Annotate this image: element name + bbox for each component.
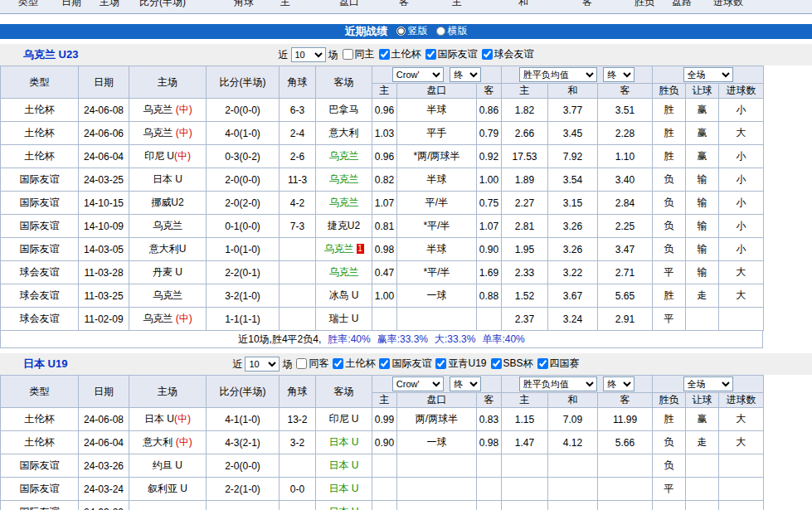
competition-cell: 球会友谊 xyxy=(1,284,79,308)
away-team-name: 日本 U xyxy=(329,483,359,494)
euro-final-select[interactable]: 终 xyxy=(603,67,635,82)
filter-checkbox[interactable] xyxy=(482,49,493,60)
asian-away-odds-cell: 0.90 xyxy=(477,238,502,261)
euro-final-select[interactable]: 终 xyxy=(603,376,635,391)
recent-prefix-label: 近 xyxy=(279,48,289,62)
handicap-result-cell xyxy=(686,478,719,501)
filter-option[interactable]: 国际友谊 xyxy=(379,357,431,371)
score-cell: 0-1(0-0) xyxy=(207,215,280,238)
date-cell: 14-03-05 xyxy=(79,238,129,261)
matches-table: 类型 日期 主场 比分(半场) 角球 客场 Crow' 终 胜平负均值 终 xyxy=(0,375,764,510)
euro-away-odds-cell: 5.66 xyxy=(598,431,653,454)
home-team-cell: 日本 U xyxy=(129,168,207,192)
filter-option[interactable]: 球会友谊 xyxy=(482,47,534,61)
score-cell: 4-3(2-1) xyxy=(207,431,280,454)
odds-type-select[interactable]: 胜平负均值 xyxy=(519,376,597,391)
home-team-cell: 意大利U xyxy=(129,238,207,261)
filter-checkbox[interactable] xyxy=(425,49,436,60)
handicap-result-cell: 输 xyxy=(686,192,719,215)
asian-away-odds-cell xyxy=(477,478,502,501)
layout-options: 竖版横版 xyxy=(388,24,468,39)
competition-cell: 土伦杯 xyxy=(1,408,79,431)
filter-option[interactable]: 四国赛 xyxy=(537,357,580,371)
filter-checkbox[interactable] xyxy=(491,358,502,369)
th-competition: 类型 xyxy=(1,66,79,99)
filter-checkbox[interactable] xyxy=(333,358,343,369)
filter-checkbox[interactable] xyxy=(379,49,390,60)
odds-type-select[interactable]: 胜平负均值 xyxy=(519,67,597,82)
home-team-name: 意大利U xyxy=(149,243,187,255)
away-team-name: 日本 U xyxy=(329,436,359,448)
neutral-venue-tag: (中) xyxy=(173,127,192,138)
asian-handicap-cell xyxy=(397,308,477,331)
goals-result-cell: 大 xyxy=(719,122,764,145)
bookmaker-select[interactable]: Crow' xyxy=(392,67,444,82)
layout-radio[interactable] xyxy=(396,27,406,36)
recent-count-select[interactable]: 10 xyxy=(245,357,280,372)
filter-option[interactable]: 同客 xyxy=(296,357,328,371)
handicap-result-cell: 赢 xyxy=(686,99,719,122)
filter-checkbox[interactable] xyxy=(343,49,353,60)
th-asian-away: 客 xyxy=(477,84,502,99)
result-cell: 胜 xyxy=(653,99,686,122)
score-cell xyxy=(207,501,280,510)
away-team-cell: 日本 U xyxy=(316,454,372,478)
away-team-cell: 捷克U2 xyxy=(316,215,372,238)
filter-option[interactable]: 土伦杯 xyxy=(379,47,421,61)
col-label: 进球数 xyxy=(713,0,743,9)
asian-handicap-cell: 平手 xyxy=(397,122,477,145)
home-team-name: 叙利亚 U xyxy=(148,483,187,494)
filter-checkbox[interactable] xyxy=(296,358,307,369)
scope-select[interactable]: 全场 xyxy=(683,67,733,82)
layout-option[interactable]: 横版 xyxy=(436,24,468,38)
filter-checkbox[interactable] xyxy=(379,358,390,369)
th-score: 比分(半场) xyxy=(207,66,280,99)
filter-option[interactable]: SBS杯 xyxy=(491,357,533,371)
asian-final-select[interactable]: 终 xyxy=(450,67,481,82)
away-team-cell: 乌克兰1 xyxy=(316,238,372,261)
filter-checkbox[interactable] xyxy=(435,358,446,369)
competition-cell: 球会友谊 xyxy=(1,261,79,284)
euro-away-odds-cell: 1.10 xyxy=(598,145,653,168)
filter-option[interactable]: 亚青U19 xyxy=(435,357,486,371)
layout-radio[interactable] xyxy=(436,27,445,36)
filter-option[interactable]: 同主 xyxy=(343,47,375,61)
asian-away-odds-cell xyxy=(477,454,502,478)
home-team-cell: 挪威U2 xyxy=(129,192,207,215)
filter-checkbox[interactable] xyxy=(537,358,548,369)
filter-area: 近 10 场 同客土伦杯国际友谊亚青U19SBS杯四国赛 xyxy=(232,357,579,372)
match-row: 土伦杯24-06-08乌克兰 (中)2-0(0-0)6-3巴拿马0.96半球0.… xyxy=(1,99,764,122)
euro-draw-odds-cell: 3.54 xyxy=(548,168,598,192)
asian-away-odds-cell xyxy=(477,501,502,510)
corner-cell: 3-2 xyxy=(280,431,316,454)
th-goals: 进球数 xyxy=(719,84,764,99)
corner-cell: 13-2 xyxy=(280,408,316,431)
home-team-name: 乌克兰 xyxy=(143,313,173,324)
result-cell: 负 xyxy=(653,168,686,192)
asian-final-select[interactable]: 终 xyxy=(450,376,481,391)
recent-count-select[interactable]: 10 xyxy=(291,47,326,62)
layout-option[interactable]: 竖版 xyxy=(396,24,428,38)
score-cell: 2-0(0-0) xyxy=(207,168,280,192)
match-row: 国际友谊14-10-15挪威U22-0(2-0)4-2乌克兰1.07平/半0.7… xyxy=(1,192,764,215)
col-label: 类型 xyxy=(18,0,38,9)
scope-select[interactable]: 全场 xyxy=(683,376,733,391)
handicap-result-cell: 输 xyxy=(686,238,719,261)
filter-option[interactable]: 土伦杯 xyxy=(333,357,375,371)
th-scope-group: 全场 xyxy=(653,66,764,84)
filter-option[interactable]: 国际友谊 xyxy=(425,47,478,61)
score-cell: 2-2(0-1) xyxy=(207,261,280,284)
euro-home-odds-cell xyxy=(502,478,548,501)
filter-checks: 同客土伦杯国际友谊亚青U19SBS杯四国赛 xyxy=(292,357,579,372)
date-cell: 24-06-08 xyxy=(79,99,129,122)
filter-area: 近 10 场 同主土伦杯国际友谊球会友谊 xyxy=(279,47,534,62)
recent-suffix-label: 场 xyxy=(328,48,338,62)
date-cell: 24-06-04 xyxy=(79,431,129,454)
score-cell: 2-0(2-0) xyxy=(207,192,280,215)
bookmaker-select[interactable]: Crow' xyxy=(392,376,444,391)
home-team-name: 日本 U xyxy=(153,173,182,185)
corner-cell: 2-6 xyxy=(280,145,316,168)
asian-handicap-cell: *平/半 xyxy=(397,261,477,284)
home-team-cell: 乌克兰 (中) xyxy=(129,308,207,331)
euro-draw-odds-cell: 3.45 xyxy=(548,122,598,145)
